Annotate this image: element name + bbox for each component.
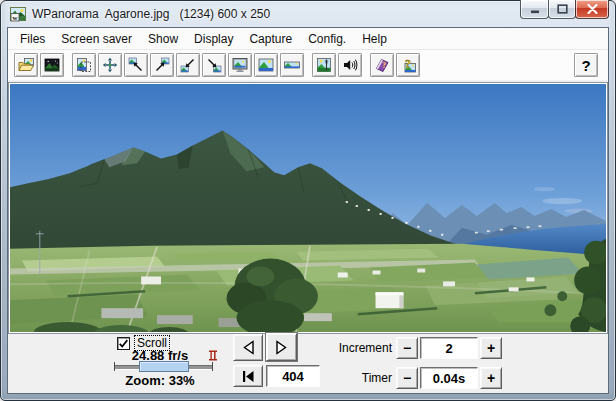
minimize-button[interactable]: [520, 0, 549, 19]
panorama-image[interactable]: [10, 84, 606, 332]
maximize-button[interactable]: [548, 0, 576, 19]
arrow-up-right-icon: [154, 57, 170, 73]
increment-plus-button[interactable]: +: [480, 337, 502, 359]
window-controls: [521, 0, 609, 19]
window-title: WPanorama Agarone.jpg (1234) 600 x 250: [32, 7, 270, 21]
scroll-left-button[interactable]: [233, 334, 263, 361]
menu-config[interactable]: Config.: [300, 28, 354, 50]
check-icon: [118, 338, 129, 349]
image-mast-icon: [316, 57, 332, 73]
open-button[interactable]: [14, 53, 38, 77]
wide-image-icon: [284, 57, 300, 73]
menu-bar: Files Screen saver Show Display Capture …: [8, 28, 608, 50]
svg-text:?: ?: [382, 61, 386, 70]
panorama-viewer: [8, 82, 608, 334]
image-question-icon: ?: [400, 57, 416, 73]
app-window: w WPanorama Agarone.jpg (1234) 600 x 250…: [0, 0, 616, 401]
menu-capture[interactable]: Capture: [241, 28, 300, 50]
scroll-up-right-button[interactable]: [150, 53, 174, 77]
arrow-down-left-icon: [180, 57, 196, 73]
timer-minus-button[interactable]: −: [396, 367, 418, 389]
scroll-up-left-button[interactable]: [124, 53, 148, 77]
increment-field[interactable]: 2: [420, 337, 478, 359]
fit-window-button[interactable]: [254, 53, 278, 77]
copy-image-button[interactable]: [72, 53, 96, 77]
landscape-mast-button[interactable]: [312, 53, 336, 77]
increment-label: Increment: [318, 341, 392, 355]
speaker-icon: [342, 57, 358, 73]
menu-screen-saver[interactable]: Screen saver: [53, 28, 140, 50]
timer-label: Timer: [318, 371, 392, 385]
close-button[interactable]: [575, 0, 609, 19]
night-image-icon: [44, 57, 60, 73]
help-book-button[interactable]: ?: [370, 53, 394, 77]
timer-field[interactable]: 0.04s: [420, 367, 478, 389]
svg-text:?: ?: [405, 57, 411, 71]
position-field[interactable]: 404: [266, 365, 320, 387]
increment-minus-button[interactable]: −: [396, 337, 418, 359]
image-icon: [258, 57, 274, 73]
pan-button[interactable]: [98, 53, 122, 77]
client-area: Files Screen saver Show Display Capture …: [8, 28, 608, 393]
right-triangle-icon: [275, 340, 288, 355]
slider-end-tick: [212, 362, 213, 371]
context-help-button[interactable]: ?: [396, 53, 420, 77]
title-bar[interactable]: w WPanorama Agarone.jpg (1234) 600 x 250: [0, 0, 616, 28]
slider-thumb[interactable]: [139, 361, 189, 372]
control-panel: Scroll 24.88 fr/s Zoom: 33%: [8, 334, 608, 393]
scroll-down-left-button[interactable]: [176, 53, 200, 77]
toolbar: ? ? ?: [8, 50, 608, 80]
arrow-down-right-icon: [206, 57, 222, 73]
go-to-start-button[interactable]: [233, 365, 263, 387]
full-screen-button[interactable]: [228, 53, 252, 77]
skip-to-start-icon: [241, 370, 255, 383]
pan-arrows-icon: [102, 57, 118, 73]
monitor-image-icon: [232, 57, 248, 73]
book-icon: ?: [374, 57, 390, 73]
folder-image-icon: [18, 57, 35, 73]
scroll-down-right-button[interactable]: [202, 53, 226, 77]
menu-display[interactable]: Display: [186, 28, 241, 50]
panorama-strip-button[interactable]: [280, 53, 304, 77]
zoom-value: Zoom: 33%: [110, 373, 210, 388]
arrow-up-left-icon: [128, 57, 144, 73]
scroll-position-slider[interactable]: [113, 360, 214, 373]
help-button[interactable]: ?: [574, 53, 598, 77]
timer-plus-button[interactable]: +: [480, 367, 502, 389]
app-icon[interactable]: w: [10, 6, 26, 22]
menu-files[interactable]: Files: [12, 28, 53, 50]
menu-show[interactable]: Show: [140, 28, 186, 50]
screensaver-button[interactable]: [40, 53, 64, 77]
menu-help[interactable]: Help: [354, 28, 395, 50]
scroll-right-button[interactable]: [266, 333, 297, 361]
copy-image-icon: [76, 57, 92, 73]
left-triangle-icon: [242, 340, 255, 355]
sound-button[interactable]: [338, 53, 362, 77]
